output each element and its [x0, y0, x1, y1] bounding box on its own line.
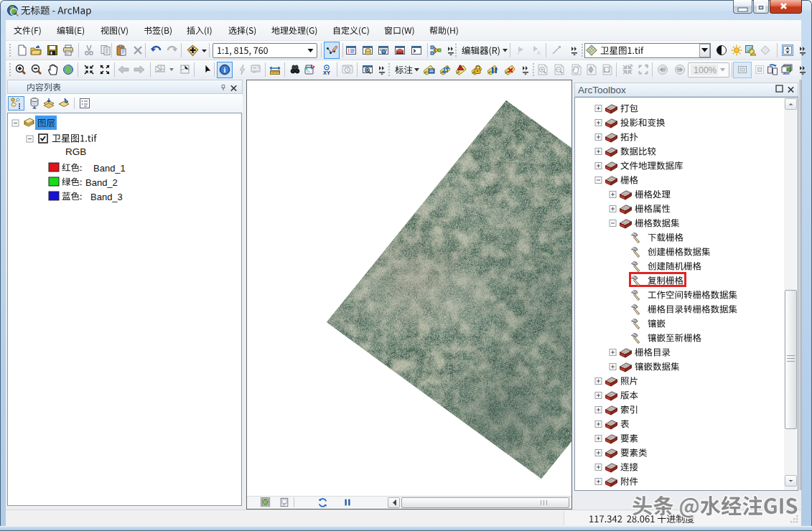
- svg-text:Band_2: Band_2: [85, 177, 118, 188]
- svg-text:1:1: 1:1: [604, 68, 610, 72]
- svg-text:Band_3: Band_3: [90, 192, 123, 202]
- svg-text:RGB: RGB: [65, 146, 86, 157]
- svg-text:100%: 100%: [694, 65, 717, 75]
- svg-text:ArcToolbox: ArcToolbox: [578, 85, 626, 95]
- svg-text:Band_1: Band_1: [93, 163, 126, 174]
